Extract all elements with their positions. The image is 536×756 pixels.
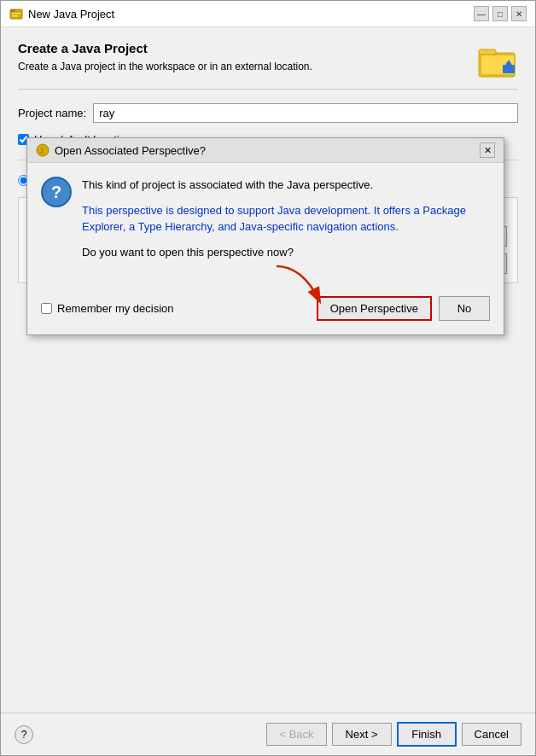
- next-button[interactable]: Next >: [332, 723, 392, 746]
- page-title: Create a Java Project: [18, 41, 312, 55]
- header-section: Create a Java Project Create a Java proj…: [18, 41, 518, 90]
- project-name-input[interactable]: [93, 103, 518, 123]
- svg-rect-2: [12, 13, 20, 15]
- header-text: Create a Java Project Create a Java proj…: [18, 41, 312, 73]
- dialog-paragraph-1: This kind of project is associated with …: [82, 177, 490, 194]
- dialog-bottom-row: Remember my decision Open Perspective No: [41, 289, 490, 321]
- open-perspective-button[interactable]: Open Perspective: [317, 296, 432, 321]
- svg-text:J: J: [39, 147, 44, 155]
- footer-right: < Back Next > Finish Cancel: [266, 722, 521, 747]
- svg-rect-7: [503, 65, 515, 73]
- dialog-paragraph-2: This perspective is designed to support …: [82, 202, 490, 236]
- cancel-button[interactable]: Cancel: [462, 723, 521, 746]
- project-name-label: Project name:: [18, 107, 86, 119]
- page-description: Create a Java project in the workspace o…: [18, 61, 312, 73]
- dialog-title-left: J Open Associated Perspective?: [36, 143, 206, 157]
- dialog-top-row: ? This kind of project is associated wit…: [41, 177, 490, 269]
- dialog-question: Do you want to open this perspective now…: [82, 244, 490, 261]
- empty-area: [18, 294, 518, 741]
- open-perspective-dialog: J Open Associated Perspective? ✕ ? This …: [26, 137, 504, 335]
- main-window: New Java Project — □ ✕ Create a Java Pro…: [0, 0, 536, 756]
- no-button[interactable]: No: [439, 296, 490, 321]
- footer-buttons: ? < Back Next > Finish Cancel: [1, 712, 535, 755]
- dialog-title-bar: J Open Associated Perspective? ✕: [27, 138, 504, 163]
- title-bar-left: New Java Project: [9, 7, 114, 20]
- dialog-checkbox-row: Remember my decision: [41, 302, 174, 315]
- project-name-row: Project name:: [18, 103, 518, 123]
- help-button[interactable]: ?: [15, 725, 33, 744]
- dialog-close-button[interactable]: ✕: [480, 142, 495, 158]
- window-title: New Java Project: [28, 8, 114, 20]
- main-content: Create a Java Project Create a Java proj…: [1, 27, 535, 755]
- remember-decision-checkbox[interactable]: [41, 303, 52, 314]
- folder-icon: [477, 41, 518, 82]
- title-bar: New Java Project — □ ✕: [1, 1, 535, 27]
- svg-rect-5: [479, 49, 496, 55]
- svg-rect-3: [12, 15, 18, 17]
- title-bar-controls: — □ ✕: [474, 6, 527, 21]
- back-button[interactable]: < Back: [266, 723, 326, 746]
- svg-rect-1: [10, 9, 15, 12]
- info-icon: ?: [41, 177, 72, 207]
- close-button[interactable]: ✕: [511, 6, 527, 21]
- finish-button[interactable]: Finish: [397, 722, 457, 747]
- java-project-icon: [9, 7, 23, 20]
- dialog-text-area: This kind of project is associated with …: [82, 177, 490, 269]
- minimize-button[interactable]: —: [474, 6, 489, 21]
- maximize-button[interactable]: □: [492, 6, 508, 21]
- java-perspective-icon: J: [36, 143, 50, 157]
- dialog-title: Open Associated Perspective?: [55, 144, 206, 157]
- dialog-buttons: Open Perspective No: [317, 296, 490, 321]
- dialog-body: ? This kind of project is associated wit…: [27, 163, 504, 334]
- footer-left: ?: [15, 725, 33, 744]
- remember-decision-label[interactable]: Remember my decision: [57, 302, 174, 315]
